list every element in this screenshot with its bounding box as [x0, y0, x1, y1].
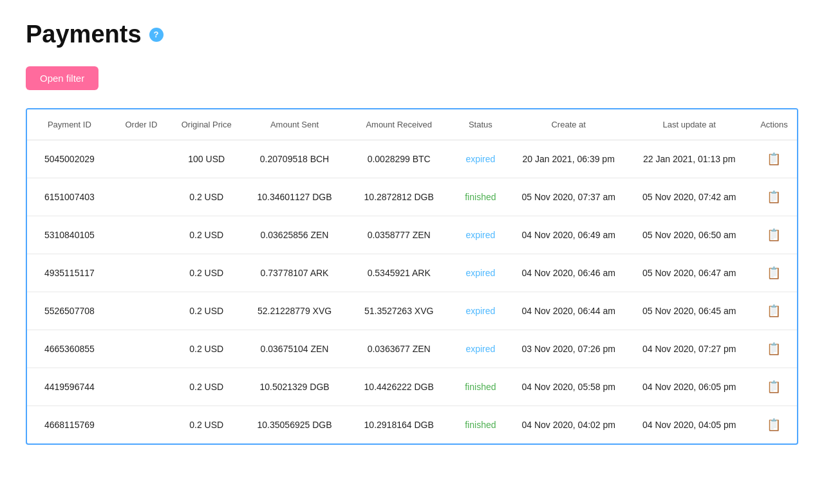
cell-create-at: 05 Nov 2020, 07:37 am: [510, 178, 627, 216]
cell-order-id: [112, 178, 171, 216]
cell-status: finished: [451, 406, 510, 444]
cell-create-at: 04 Nov 2020, 05:58 pm: [510, 368, 627, 406]
cell-amount-sent: 52.21228779 XVG: [242, 292, 346, 330]
cell-original-price: 0.2 USD: [171, 406, 242, 444]
cell-last-update-at: 04 Nov 2020, 07:27 pm: [627, 330, 751, 368]
cell-amount-received: 0.0358777 ZEN: [347, 216, 451, 254]
cell-order-id: [112, 368, 171, 406]
table-row: 4419596744 0.2 USD 10.5021329 DGB 10.442…: [27, 368, 797, 406]
cell-payment-id: 4419596744: [27, 368, 112, 406]
status-badge: expired: [465, 268, 495, 278]
cell-last-update-at: 04 Nov 2020, 04:05 pm: [627, 406, 751, 444]
cell-status: expired: [451, 216, 510, 254]
cell-last-update-at: 05 Nov 2020, 06:50 am: [627, 216, 751, 254]
table-row: 5045002029 100 USD 0.20709518 BCH 0.0028…: [27, 140, 797, 178]
status-badge: expired: [465, 306, 495, 316]
status-badge: expired: [465, 154, 495, 164]
cell-payment-id: 5526507708: [27, 292, 112, 330]
copy-icon[interactable]: 📋: [767, 342, 781, 356]
cell-payment-id: 5045002029: [27, 140, 112, 178]
status-badge: finished: [465, 192, 496, 202]
cell-actions[interactable]: 📋: [751, 216, 797, 254]
table-row: 4665360855 0.2 USD 0.03675104 ZEN 0.0363…: [27, 330, 797, 368]
cell-payment-id: 6151007403: [27, 178, 112, 216]
cell-create-at: 03 Nov 2020, 07:26 pm: [510, 330, 627, 368]
cell-create-at: 04 Nov 2020, 04:02 pm: [510, 406, 627, 444]
cell-amount-sent: 0.20709518 BCH: [242, 140, 346, 178]
copy-icon[interactable]: 📋: [767, 152, 781, 166]
col-header-amount-sent: Amount Sent: [242, 109, 346, 140]
copy-icon[interactable]: 📋: [767, 228, 781, 242]
cell-amount-received: 51.3527263 XVG: [347, 292, 451, 330]
cell-amount-sent: 10.5021329 DGB: [242, 368, 346, 406]
cell-payment-id: 5310840105: [27, 216, 112, 254]
open-filter-button[interactable]: Open filter: [26, 66, 98, 90]
cell-status: finished: [451, 368, 510, 406]
table-row: 4668115769 0.2 USD 10.35056925 DGB 10.29…: [27, 406, 797, 444]
cell-last-update-at: 05 Nov 2020, 06:47 am: [627, 254, 751, 292]
cell-create-at: 04 Nov 2020, 06:49 am: [510, 216, 627, 254]
help-icon[interactable]: ?: [149, 28, 164, 42]
table-header-row: Payment ID Order ID Original Price Amoun…: [27, 109, 797, 140]
cell-payment-id: 4935115117: [27, 254, 112, 292]
cell-amount-sent: 10.34601127 DGB: [242, 178, 346, 216]
col-header-amount-received: Amount Received: [347, 109, 451, 140]
status-badge: expired: [465, 344, 495, 354]
cell-actions[interactable]: 📋: [751, 330, 797, 368]
cell-order-id: [112, 292, 171, 330]
cell-original-price: 0.2 USD: [171, 216, 242, 254]
col-header-status: Status: [451, 109, 510, 140]
payments-table-container: Payment ID Order ID Original Price Amoun…: [26, 108, 798, 445]
cell-order-id: [112, 216, 171, 254]
cell-payment-id: 4668115769: [27, 406, 112, 444]
cell-amount-received: 10.4426222 DGB: [347, 368, 451, 406]
cell-original-price: 100 USD: [171, 140, 242, 178]
cell-create-at: 04 Nov 2020, 06:44 am: [510, 292, 627, 330]
cell-actions[interactable]: 📋: [751, 292, 797, 330]
status-badge: finished: [465, 420, 496, 430]
copy-icon[interactable]: 📋: [767, 304, 781, 318]
cell-create-at: 20 Jan 2021, 06:39 pm: [510, 140, 627, 178]
cell-original-price: 0.2 USD: [171, 178, 242, 216]
page-title: Payments: [26, 21, 142, 48]
cell-order-id: [112, 330, 171, 368]
cell-amount-received: 0.5345921 ARK: [347, 254, 451, 292]
copy-icon[interactable]: 📋: [767, 380, 781, 394]
cell-status: expired: [451, 254, 510, 292]
payments-table: Payment ID Order ID Original Price Amoun…: [27, 109, 797, 443]
copy-icon[interactable]: 📋: [767, 266, 781, 280]
status-badge: finished: [465, 382, 496, 392]
copy-icon[interactable]: 📋: [767, 418, 781, 432]
status-badge: expired: [465, 230, 495, 240]
cell-amount-sent: 0.73778107 ARK: [242, 254, 346, 292]
cell-payment-id: 4665360855: [27, 330, 112, 368]
table-row: 5310840105 0.2 USD 0.03625856 ZEN 0.0358…: [27, 216, 797, 254]
cell-original-price: 0.2 USD: [171, 292, 242, 330]
cell-actions[interactable]: 📋: [751, 178, 797, 216]
col-header-original-price: Original Price: [171, 109, 242, 140]
cell-amount-received: 0.0028299 BTC: [347, 140, 451, 178]
cell-actions[interactable]: 📋: [751, 368, 797, 406]
col-header-order-id: Order ID: [112, 109, 171, 140]
copy-icon[interactable]: 📋: [767, 190, 781, 204]
cell-order-id: [112, 140, 171, 178]
cell-last-update-at: 04 Nov 2020, 06:05 pm: [627, 368, 751, 406]
cell-status: expired: [451, 330, 510, 368]
cell-status: finished: [451, 178, 510, 216]
cell-order-id: [112, 406, 171, 444]
cell-original-price: 0.2 USD: [171, 330, 242, 368]
table-row: 4935115117 0.2 USD 0.73778107 ARK 0.5345…: [27, 254, 797, 292]
cell-actions[interactable]: 📋: [751, 140, 797, 178]
col-header-actions: Actions: [751, 109, 797, 140]
cell-last-update-at: 22 Jan 2021, 01:13 pm: [627, 140, 751, 178]
table-row: 5526507708 0.2 USD 52.21228779 XVG 51.35…: [27, 292, 797, 330]
col-header-create-at: Create at: [510, 109, 627, 140]
cell-actions[interactable]: 📋: [751, 406, 797, 444]
cell-amount-received: 10.2918164 DGB: [347, 406, 451, 444]
cell-amount-received: 0.0363677 ZEN: [347, 330, 451, 368]
cell-original-price: 0.2 USD: [171, 254, 242, 292]
cell-actions[interactable]: 📋: [751, 254, 797, 292]
cell-amount-sent: 10.35056925 DGB: [242, 406, 346, 444]
cell-last-update-at: 05 Nov 2020, 06:45 am: [627, 292, 751, 330]
cell-last-update-at: 05 Nov 2020, 07:42 am: [627, 178, 751, 216]
